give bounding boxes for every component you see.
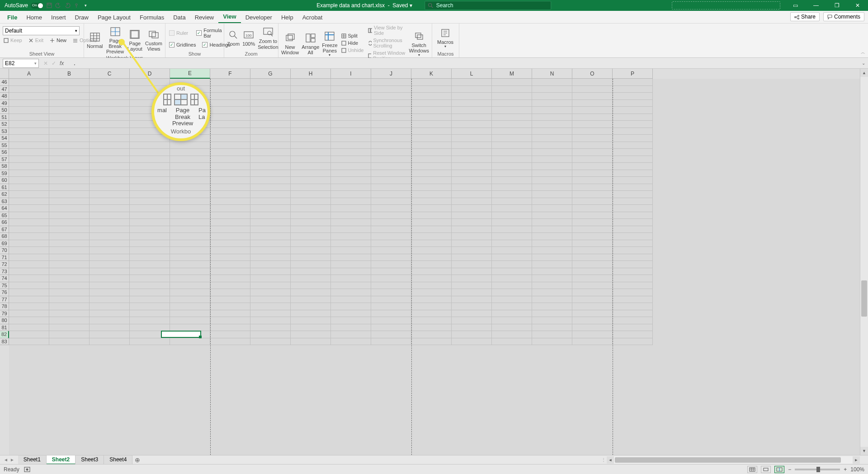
ribbon-display-button[interactable]: ▭: [785, 0, 806, 11]
column-header[interactable]: N: [532, 69, 572, 79]
column-header[interactable]: M: [492, 69, 532, 79]
row-header[interactable]: 77: [0, 296, 9, 303]
row-header[interactable]: 47: [0, 86, 9, 93]
normal-view-statusbtn[interactable]: [747, 466, 757, 473]
row-header[interactable]: 78: [0, 303, 9, 310]
row-header[interactable]: 72: [0, 261, 9, 268]
row-header[interactable]: 49: [0, 100, 9, 107]
row-header[interactable]: 57: [0, 156, 9, 163]
column-header[interactable]: L: [452, 69, 492, 79]
row-header[interactable]: 70: [0, 247, 9, 254]
hscroll-thumb[interactable]: [615, 457, 841, 463]
custom-views-button[interactable]: Custom Views: [145, 27, 162, 52]
tab-home[interactable]: Home: [22, 12, 47, 23]
column-header[interactable]: I: [331, 69, 371, 79]
autosave-toggle[interactable]: On: [31, 3, 43, 9]
row-header[interactable]: 75: [0, 282, 9, 289]
zoom-to-selection-button[interactable]: Zoom to Selection: [258, 25, 278, 49]
row-header[interactable]: 61: [0, 184, 9, 191]
name-box[interactable]: E82▾: [3, 59, 39, 68]
row-header[interactable]: 56: [0, 149, 9, 156]
save-icon[interactable]: [46, 2, 52, 9]
row-header[interactable]: 46: [0, 79, 9, 86]
row-header[interactable]: 54: [0, 135, 9, 142]
arrange-all-button[interactable]: Arrange All: [302, 31, 319, 55]
column-header[interactable]: D: [130, 69, 170, 79]
column-header[interactable]: K: [411, 69, 452, 79]
row-header[interactable]: 69: [0, 240, 9, 247]
account-area[interactable]: [672, 1, 780, 9]
tab-formulas[interactable]: Formulas: [135, 12, 169, 23]
page-layout-statusbtn[interactable]: [761, 466, 771, 473]
minimize-button[interactable]: —: [806, 0, 826, 11]
horizontal-scrollbar[interactable]: ◄ ►: [607, 456, 860, 464]
column-header[interactable]: H: [291, 69, 331, 79]
formula-input[interactable]: [71, 59, 868, 68]
row-header[interactable]: 76: [0, 289, 9, 296]
worksheet-grid[interactable]: ABCDEFGHIJKLMNOP 46474849505152535455565…: [0, 69, 868, 455]
qat-customize-icon[interactable]: ▾: [82, 2, 89, 9]
tab-file[interactable]: File: [3, 12, 22, 23]
row-header[interactable]: 59: [0, 170, 9, 177]
sheet-view-dropdown[interactable]: Default▾: [3, 26, 80, 35]
expand-formula-bar[interactable]: ⌄: [862, 61, 865, 66]
select-all-corner[interactable]: [0, 69, 9, 79]
scroll-left-button[interactable]: ◄: [607, 456, 614, 464]
share-button[interactable]: Share: [790, 12, 820, 21]
column-header[interactable]: C: [90, 69, 130, 79]
tab-page-layout[interactable]: Page Layout: [93, 12, 135, 23]
zoom-100-button[interactable]: 100100%: [242, 28, 255, 47]
gridlines-checkbox[interactable]: Gridlines: [168, 42, 197, 48]
new-view-button[interactable]: New: [49, 37, 67, 43]
zoom-slider[interactable]: [795, 469, 840, 470]
hscroll-splitter[interactable]: ⋮: [601, 457, 606, 462]
row-header[interactable]: 83: [0, 338, 9, 346]
column-header[interactable]: O: [572, 69, 613, 79]
scroll-right-button[interactable]: ►: [853, 456, 860, 464]
tab-data[interactable]: Data: [169, 12, 190, 23]
vertical-scrollbar[interactable]: ▲ ▼: [860, 69, 868, 455]
scroll-up-button[interactable]: ▲: [860, 69, 868, 77]
cells-area[interactable]: [9, 79, 860, 455]
sheet-tab[interactable]: Sheet2: [47, 455, 75, 465]
column-header[interactable]: F: [210, 69, 250, 79]
vscroll-thumb[interactable]: [861, 280, 867, 317]
row-header[interactable]: 51: [0, 114, 9, 121]
zoom-in-button[interactable]: +: [844, 466, 847, 473]
row-header[interactable]: 81: [0, 324, 9, 332]
row-header[interactable]: 48: [0, 93, 9, 100]
tab-insert[interactable]: Insert: [47, 12, 71, 23]
macro-record-icon[interactable]: [24, 467, 30, 472]
row-header[interactable]: 71: [0, 254, 9, 261]
tab-acrobat[interactable]: Acrobat: [298, 12, 327, 23]
row-header[interactable]: 73: [0, 268, 9, 275]
row-header[interactable]: 60: [0, 177, 9, 184]
row-header[interactable]: 63: [0, 198, 9, 205]
zoom-level[interactable]: 100%: [850, 466, 864, 473]
row-header[interactable]: 64: [0, 205, 9, 212]
macros-button[interactable]: Macros▾: [435, 26, 456, 49]
comments-button[interactable]: Comments: [823, 12, 864, 21]
row-header[interactable]: 50: [0, 107, 9, 114]
tab-review[interactable]: Review: [190, 12, 219, 23]
column-header[interactable]: A: [9, 69, 49, 79]
zoom-out-button[interactable]: −: [788, 466, 791, 473]
row-header[interactable]: 53: [0, 128, 9, 135]
tab-draw[interactable]: Draw: [71, 12, 93, 23]
switch-windows-button[interactable]: Switch Windows▾: [409, 29, 429, 57]
maximize-button[interactable]: ❐: [826, 0, 847, 11]
search-box[interactable]: Search: [425, 1, 552, 10]
row-header[interactable]: 66: [0, 219, 9, 226]
column-header[interactable]: P: [613, 69, 653, 79]
row-header[interactable]: 82: [0, 331, 9, 338]
sheet-nav-next[interactable]: ►: [10, 457, 14, 462]
tab-view[interactable]: View: [218, 11, 241, 23]
row-header[interactable]: 52: [0, 121, 9, 128]
freeze-panes-button[interactable]: Freeze Panes▾: [322, 29, 337, 57]
new-window-button[interactable]: New Window: [281, 31, 299, 55]
scroll-down-button[interactable]: ▼: [860, 447, 868, 455]
sheet-nav-prev[interactable]: ◄: [4, 457, 8, 462]
sheet-tab[interactable]: Sheet1: [18, 455, 47, 465]
close-button[interactable]: ✕: [847, 0, 868, 11]
sheet-tab[interactable]: Sheet3: [75, 455, 104, 465]
